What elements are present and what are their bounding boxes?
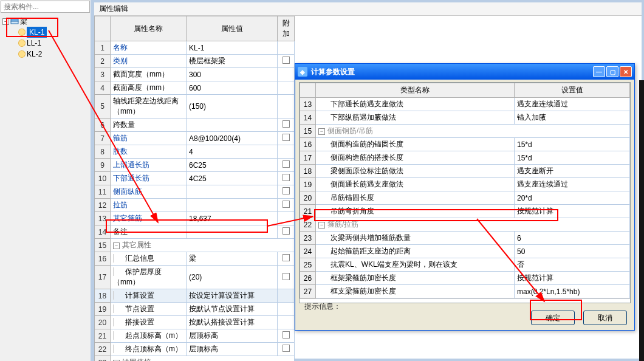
dialog-name-cell[interactable]: 侧面通长筋遇支座做法	[316, 178, 515, 191]
dialog-value-cell[interactable]: max(0.2*Ln,1.5*hb)	[515, 285, 630, 298]
property-name-cell[interactable]: 其它箍筋	[111, 212, 187, 225]
property-name-cell[interactable]: 上部通长筋	[111, 159, 187, 172]
property-row[interactable]: 9上部通长筋6C25	[95, 159, 295, 172]
property-value-cell[interactable]: 梁	[187, 252, 278, 266]
property-extra-cell[interactable]	[278, 185, 295, 199]
dialog-name-cell[interactable]: 框架梁箍筋加密长度	[316, 272, 515, 285]
dialog-value-cell[interactable]: 15*d	[515, 138, 630, 151]
dialog-row[interactable]: 24 起始箍筋距支座边的距离50	[300, 245, 630, 258]
dialog-group-cell[interactable]: −侧面钢筋/吊筋	[316, 125, 630, 138]
checkbox-icon[interactable]	[283, 227, 290, 235]
property-row[interactable]: 8肢数4	[95, 145, 295, 159]
property-name-cell[interactable]: 搭接设置	[111, 316, 187, 329]
dialog-row[interactable]: 15−侧面钢筋/吊筋	[300, 125, 630, 138]
property-value-cell[interactable]: 按设定计算设置计算	[187, 289, 278, 303]
property-value-cell[interactable]: (150)	[187, 95, 278, 119]
checkbox-icon[interactable]	[283, 273, 290, 280]
property-value-cell[interactable]	[187, 119, 278, 132]
dialog-value-cell[interactable]: 15*d	[515, 151, 630, 165]
property-name-cell[interactable]: 侧面纵筋	[111, 185, 187, 199]
tree-item[interactable]: LL-1	[18, 38, 89, 49]
close-button[interactable]: ✕	[620, 66, 632, 77]
property-row[interactable]: 15−其它属性	[95, 239, 295, 252]
property-row[interactable]: 16 汇总信息梁	[95, 252, 295, 266]
property-value-cell[interactable]	[187, 225, 278, 239]
property-extra-cell[interactable]	[278, 95, 295, 119]
property-name-cell[interactable]: 下部通长筋	[111, 172, 187, 185]
tree-collapse-icon[interactable]: −	[2, 18, 9, 25]
property-value-cell[interactable]: 300	[187, 68, 278, 81]
property-name-cell[interactable]: 箍筋	[111, 132, 187, 145]
property-name-cell[interactable]: 备注	[111, 225, 187, 239]
tree-item[interactable]: KL-1	[18, 27, 89, 38]
checkbox-icon[interactable]	[283, 57, 290, 64]
property-row[interactable]: 10下部通长筋4C25	[95, 172, 295, 185]
property-row[interactable]: 11侧面纵筋	[95, 185, 295, 199]
checkbox-icon[interactable]	[283, 120, 290, 128]
property-name-cell[interactable]: 截面宽度（mm）	[111, 68, 187, 81]
property-value-cell[interactable]	[187, 185, 278, 199]
property-value-cell[interactable]: 按默认搭接设置计算	[187, 316, 278, 329]
property-name-cell[interactable]: 拉筋	[111, 199, 187, 212]
property-name-cell[interactable]: 节点设置	[111, 303, 187, 316]
dialog-name-cell[interactable]: 吊筋弯折角度	[316, 205, 515, 218]
property-value-cell[interactable]	[187, 199, 278, 212]
dialog-row[interactable]: 21 吊筋弯折角度按规范计算	[300, 205, 630, 218]
property-group-cell[interactable]: +锚固搭接	[111, 356, 295, 362]
property-name-cell[interactable]: 计算设置	[111, 289, 187, 303]
property-value-cell[interactable]: 层顶标高	[187, 343, 278, 356]
property-row[interactable]: 13其它箍筋18,637	[95, 212, 295, 225]
property-extra-cell[interactable]	[278, 68, 295, 81]
property-extra-cell[interactable]	[278, 329, 295, 343]
dialog-value-cell[interactable]: 按规范计算	[515, 272, 630, 285]
tree-root-row[interactable]: − 梁	[1, 16, 89, 27]
dialog-group-cell[interactable]: −箍筋/拉筋	[316, 218, 630, 232]
property-extra-cell[interactable]	[278, 41, 295, 55]
property-row[interactable]: 4截面高度（mm）600	[95, 81, 295, 95]
property-row[interactable]: 17 保护层厚度（mm）(20)	[95, 266, 295, 289]
property-value-cell[interactable]: 按默认节点设置计算	[187, 303, 278, 316]
checkbox-icon[interactable]	[283, 174, 290, 181]
dialog-name-cell[interactable]: 侧面构造筋的锚固长度	[316, 138, 515, 151]
property-extra-cell[interactable]	[278, 343, 295, 356]
dialog-row[interactable]: 19 侧面通长筋遇支座做法遇支座连续通过	[300, 178, 630, 191]
property-name-cell[interactable]: 类别	[111, 55, 187, 68]
property-name-cell[interactable]: 起点顶标高（m）	[111, 329, 187, 343]
dialog-value-cell[interactable]: 50	[515, 245, 630, 258]
expander-icon[interactable]: −	[318, 128, 325, 135]
dialog-row[interactable]: 27 框支梁箍筋加密长度max(0.2*Ln,1.5*hb)	[300, 285, 630, 298]
property-extra-cell[interactable]	[278, 212, 295, 225]
property-row[interactable]: 5轴线距梁左边线距离（mm）(150)	[95, 95, 295, 119]
ok-button[interactable]: 确定	[531, 311, 575, 325]
property-row[interactable]: 3截面宽度（mm）300	[95, 68, 295, 81]
property-value-cell[interactable]: A8@100/200(4)	[187, 132, 278, 145]
property-name-cell[interactable]: 肢数	[111, 145, 187, 159]
dialog-value-cell[interactable]: 遇支座连续通过	[515, 178, 630, 191]
expander-icon[interactable]: −	[318, 222, 325, 229]
property-row[interactable]: 23+锚固搭接	[95, 356, 295, 362]
property-row[interactable]: 22 终点顶标高（m）层顶标高	[95, 343, 295, 356]
dialog-row[interactable]: 16 侧面构造筋的锚固长度15*d	[300, 138, 630, 151]
property-row[interactable]: 21 起点顶标高（m）层顶标高	[95, 329, 295, 343]
dialog-name-cell[interactable]: 梁侧面原位标注筋做法	[316, 165, 515, 178]
dialog-row[interactable]: 25 抗震KL、WKL端支座为梁时，则在该支否	[300, 258, 630, 272]
property-extra-cell[interactable]	[278, 55, 295, 68]
property-value-cell[interactable]: (20)	[187, 266, 278, 289]
dialog-titlebar[interactable]: ◈ 计算参数设置 — ▢ ✕	[295, 64, 634, 80]
property-value-cell[interactable]: 层顶标高	[187, 329, 278, 343]
dialog-name-cell[interactable]: 下部纵筋遇加腋做法	[316, 111, 515, 125]
checkbox-icon[interactable]	[283, 134, 290, 141]
dialog-value-cell[interactable]: 按规范计算	[515, 205, 630, 218]
dialog-value-cell[interactable]: 锚入加腋	[515, 111, 630, 125]
dialog-value-cell[interactable]: 遇支座连续通过	[515, 98, 630, 111]
dialog-value-cell[interactable]: 否	[515, 258, 630, 272]
property-value-cell[interactable]: 4C25	[187, 172, 278, 185]
dialog-row[interactable]: 26 框架梁箍筋加密长度按规范计算	[300, 272, 630, 285]
dialog-value-cell[interactable]: 遇支座断开	[515, 165, 630, 178]
property-value-cell[interactable]: 4	[187, 145, 278, 159]
checkbox-icon[interactable]	[283, 254, 290, 261]
dialog-value-cell[interactable]: 20*d	[515, 191, 630, 205]
property-value-cell[interactable]: 楼层框架梁	[187, 55, 278, 68]
dialog-row[interactable]: 14 下部纵筋遇加腋做法锚入加腋	[300, 111, 630, 125]
dialog-name-cell[interactable]: 抗震KL、WKL端支座为梁时，则在该支	[316, 258, 515, 272]
